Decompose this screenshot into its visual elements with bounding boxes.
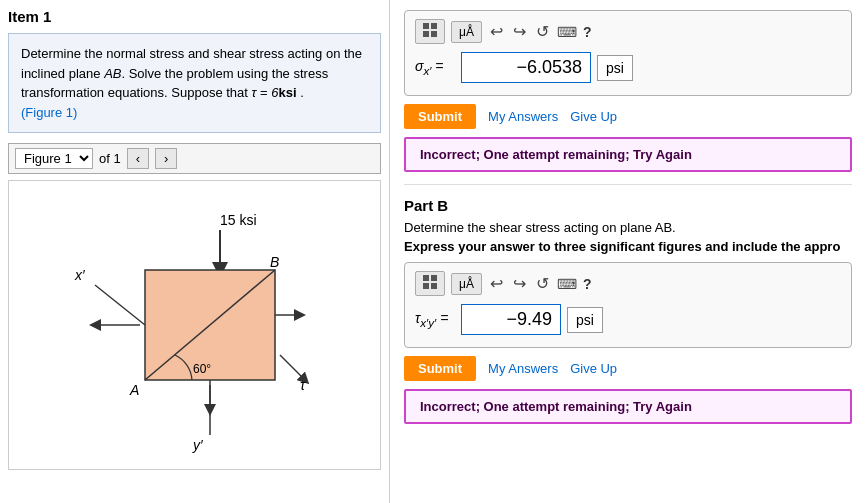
svg-rect-10 [423,31,429,37]
grid-icon-button[interactable] [415,19,445,44]
part-a-input-row: σx′ = psi [415,52,841,83]
part-a-give-up-button[interactable]: Give Up [570,109,617,124]
mu-button-a[interactable]: μÅ [451,21,482,43]
point-a-label: A [129,382,139,398]
part-a-unit: psi [597,55,633,81]
part-b-input-row: τx′y′ = psi [415,304,841,335]
svg-rect-15 [431,283,437,289]
figure-of: of 1 [99,151,121,166]
mu-icon: μÅ [459,25,474,39]
question-button-b[interactable]: ? [583,276,592,292]
svg-rect-11 [431,31,437,37]
part-a-toolbar: μÅ ↩ ↪ ↺ ⌨ ? [415,19,841,44]
section-divider [404,184,852,185]
undo-button-b[interactable]: ↩ [488,272,505,295]
tau-label-b: τx′y′ = [415,310,455,329]
right-panel: μÅ ↩ ↪ ↺ ⌨ ? σx′ = psi Submit My Answers… [390,0,866,503]
left-panel: Item 1 Determine the normal stress and s… [0,0,390,503]
x-prime-label: x′ [74,267,86,283]
angle-label: 60° [193,362,211,376]
prev-figure-button[interactable]: ‹ [127,148,149,169]
part-b-my-answers-button[interactable]: My Answers [488,361,558,376]
part-b-description: Determine the shear stress acting on pla… [404,220,852,235]
grid-icon [423,23,437,40]
figure-link[interactable]: (Figure 1) [21,105,77,120]
force-label: 15 ksi [220,212,257,228]
part-b-give-up-button[interactable]: Give Up [570,361,617,376]
part-b-answer-box: μÅ ↩ ↪ ↺ ⌨ ? τx′y′ = psi [404,262,852,348]
part-a-submit-button[interactable]: Submit [404,104,476,129]
svg-rect-9 [431,23,437,29]
figure-area: 15 ksi A B 60° [8,180,381,470]
part-b-toolbar: μÅ ↩ ↪ ↺ ⌨ ? [415,271,841,296]
part-a-action-row: Submit My Answers Give Up [404,104,852,129]
svg-rect-13 [431,275,437,281]
redo-button-a[interactable]: ↪ [511,20,528,43]
part-a-answer-input[interactable] [461,52,591,83]
part-a-feedback: Incorrect; One attempt remaining; Try Ag… [404,137,852,172]
part-b-label: Part B [404,197,852,214]
item-title: Item 1 [8,8,381,25]
undo-button-a[interactable]: ↩ [488,20,505,43]
mu-icon-b: μÅ [459,277,474,291]
refresh-button-a[interactable]: ↺ [534,20,551,43]
figure-select[interactable]: Figure 1 [15,148,93,169]
tau-label: τ [300,377,306,393]
y-prime-label: y′ [192,437,204,453]
part-b-action-row: Submit My Answers Give Up [404,356,852,381]
part-b-answer-input[interactable] [461,304,561,335]
redo-button-b[interactable]: ↪ [511,272,528,295]
figure-selector: Figure 1 of 1 ‹ › [8,143,381,174]
part-b-submit-button[interactable]: Submit [404,356,476,381]
problem-box: Determine the normal stress and shear st… [8,33,381,133]
svg-rect-12 [423,275,429,281]
point-b-label: B [270,254,279,270]
part-b-unit: psi [567,307,603,333]
keyboard-icon-b: ⌨ [557,276,577,292]
diagram-svg: 15 ksi A B 60° [45,195,345,455]
svg-line-2 [95,285,145,325]
part-b-section: Part B Determine the shear stress acting… [404,197,852,424]
keyboard-icon-a: ⌨ [557,24,577,40]
grid-icon-b [423,275,437,292]
question-button-a[interactable]: ? [583,24,592,40]
svg-rect-8 [423,23,429,29]
part-a-my-answers-button[interactable]: My Answers [488,109,558,124]
refresh-button-b[interactable]: ↺ [534,272,551,295]
grid-icon-button-b[interactable] [415,271,445,296]
part-b-feedback: Incorrect; One attempt remaining; Try Ag… [404,389,852,424]
svg-rect-14 [423,283,429,289]
sigma-label-a: σx′ = [415,58,455,77]
part-b-express-note: Express your answer to three significant… [404,239,852,254]
mu-button-b[interactable]: μÅ [451,273,482,295]
part-a-answer-box: μÅ ↩ ↪ ↺ ⌨ ? σx′ = psi [404,10,852,96]
problem-text: Determine the normal stress and shear st… [21,46,362,100]
next-figure-button[interactable]: › [155,148,177,169]
